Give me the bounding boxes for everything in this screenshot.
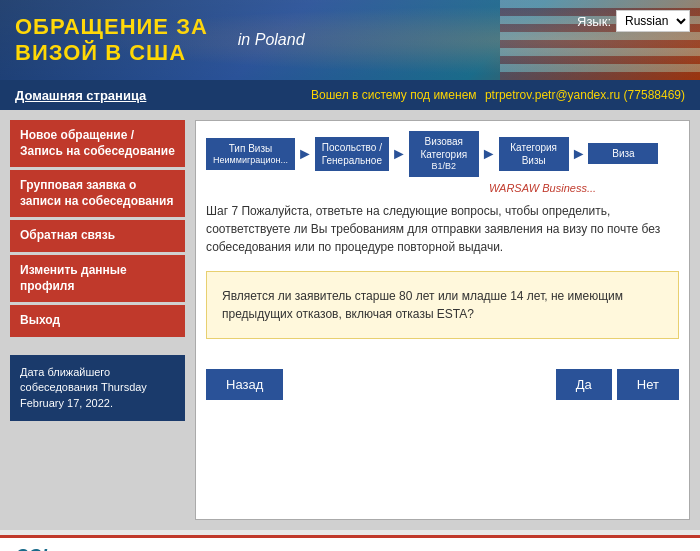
sidebar: Новое обращение / Запись на собеседовани… (10, 120, 185, 520)
main-layout: Новое обращение / Запись на собеседовани… (0, 110, 700, 530)
question-text: Является ли заявитель старше 80 лет или … (222, 289, 623, 321)
footer: CGI ©2020 CGI Inc. www.ustraveldocs.com (0, 535, 700, 551)
user-email: ptrpetrov.petr@yandex.ru (77588469) (485, 88, 685, 102)
step-category-label: КатегорияВизы (506, 141, 562, 167)
step-arrow-2: ► (391, 145, 407, 163)
warsaw-label: WARSAW Business... (406, 182, 679, 194)
header: ОБРАЩЕНИЕ ЗА ВИЗОЙ В США in Poland Язык:… (0, 0, 700, 80)
step-visa-category-box: ВизоваяКатегория B1/B2 (409, 131, 479, 177)
logout-button[interactable]: Выход (10, 305, 185, 337)
step-visa-type-box: Тип Визы Неиммиграцион... (206, 138, 295, 171)
interview-date-label: Дата ближайшего собеседования Thursday F… (20, 366, 147, 409)
feedback-button[interactable]: Обратная связь (10, 220, 185, 252)
step-visa-type-sub: Неиммиграцион... (213, 155, 288, 167)
step-arrow-4: ► (571, 145, 587, 163)
step-arrow-3: ► (481, 145, 497, 163)
site-subtitle: in Poland (238, 31, 305, 49)
step-description-text: Шаг 7 Пожалуйста, ответьте на следующие … (206, 204, 660, 254)
site-title-line1: ОБРАЩЕНИЕ ЗА (15, 14, 208, 40)
language-selector[interactable]: Язык: Russian English (577, 10, 690, 32)
step-visa-label: Виза (595, 147, 651, 160)
home-link[interactable]: Домашняя страница (15, 88, 146, 103)
question-box: Является ли заявитель старше 80 лет или … (206, 271, 679, 339)
language-label: Язык: (577, 14, 611, 29)
step-embassy: Посольство /Генеральное (315, 137, 389, 171)
back-button[interactable]: Назад (206, 369, 283, 400)
user-prefix: Вошел в систему под именем (311, 88, 477, 102)
yes-button[interactable]: Да (556, 369, 612, 400)
step-visa-type-label: Тип Визы (213, 142, 288, 155)
content-area: Тип Визы Неиммиграцион... ► Посольство /… (195, 120, 690, 520)
step-visa-box: Виза (588, 143, 658, 164)
action-row: Назад Да Нет (206, 369, 679, 400)
site-title-line2: ВИЗОЙ В США (15, 40, 208, 66)
step-description: Шаг 7 Пожалуйста, ответьте на следующие … (206, 202, 679, 256)
step-visa-category-sub: B1/B2 (416, 161, 472, 173)
step-category: КатегорияВизы (499, 137, 569, 171)
step-category-box: КатегорияВизы (499, 137, 569, 171)
interview-date-info: Дата ближайшего собеседования Thursday F… (10, 355, 185, 421)
step-visa-type: Тип Визы Неиммиграцион... (206, 138, 295, 171)
yes-no-group: Да Нет (556, 369, 679, 400)
footer-left: CGI ©2020 CGI Inc. (15, 546, 84, 551)
new-application-button[interactable]: Новое обращение / Запись на собеседовани… (10, 120, 185, 167)
step-embassy-label: Посольство /Генеральное (322, 141, 382, 167)
no-button[interactable]: Нет (617, 369, 679, 400)
step-visa-category: ВизоваяКатегория B1/B2 (409, 131, 479, 177)
step-arrow-1: ► (297, 145, 313, 163)
group-application-button[interactable]: Групповая заявка о записи на собеседован… (10, 170, 185, 217)
step-embassy-box: Посольство /Генеральное (315, 137, 389, 171)
step-visa-category-label: ВизоваяКатегория (416, 135, 472, 161)
footer-logo: CGI (15, 546, 84, 551)
navbar: Домашняя страница Вошел в систему под им… (0, 80, 700, 110)
user-info: Вошел в систему под именем ptrpetrov.pet… (311, 88, 685, 102)
breadcrumb-steps: Тип Визы Неиммиграцион... ► Посольство /… (206, 131, 679, 177)
step-visa: Виза (588, 143, 658, 164)
language-dropdown[interactable]: Russian English (616, 10, 690, 32)
edit-profile-button[interactable]: Изменить данные профиля (10, 255, 185, 302)
